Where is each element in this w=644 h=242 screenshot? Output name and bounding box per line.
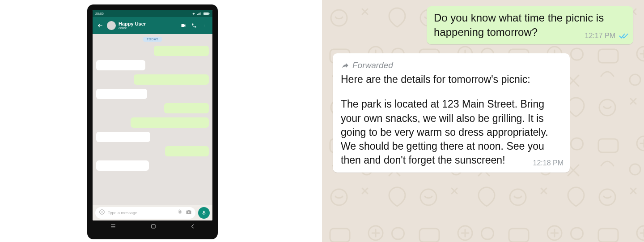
outgoing-bubble[interactable]: [164, 103, 209, 113]
battery-icon: [203, 12, 210, 15]
status-bar: 20:00: [93, 10, 212, 17]
outgoing-bubble[interactable]: [131, 117, 209, 128]
svg-point-8: [188, 212, 189, 213]
chat-zoom-panel: Do you know what time the picnic is happ…: [322, 0, 644, 242]
outgoing-bubble[interactable]: [154, 46, 209, 56]
composer: Type a message: [93, 205, 212, 220]
svg-point-5: [100, 210, 105, 215]
phone-screen: 20:00 Happy User online: [93, 10, 212, 220]
svg-point-2: [205, 25, 205, 26]
date-pill: TODAY: [143, 37, 162, 42]
message-placeholder: Type a message: [108, 211, 174, 215]
outgoing-bubble[interactable]: [134, 74, 209, 85]
outgoing-message[interactable]: Do you know what time the picnic is happ…: [427, 6, 633, 44]
svg-rect-1: [209, 13, 210, 14]
incoming-bubble[interactable]: [96, 89, 147, 99]
avatar[interactable]: [107, 21, 116, 30]
incoming-message-body: The park is located at 123 Main Street. …: [341, 97, 562, 167]
svg-point-3: [205, 26, 205, 26]
cell-signal-icon: [197, 12, 202, 15]
svg-point-4: [205, 26, 205, 26]
camera-icon[interactable]: [186, 209, 192, 217]
video-call-icon[interactable]: [179, 23, 187, 28]
contact-presence: online: [119, 26, 177, 30]
message-input[interactable]: Type a message: [95, 207, 195, 219]
status-icons: [192, 12, 210, 15]
forwarded-label-text: Forwarded: [352, 60, 393, 71]
incoming-message-time: 12:18 PM: [533, 158, 564, 168]
contact-header[interactable]: Happy User online: [119, 22, 177, 30]
outgoing-bubble[interactable]: [165, 146, 209, 156]
incoming-bubble[interactable]: [96, 60, 145, 70]
attach-icon[interactable]: [177, 209, 183, 217]
outgoing-message-time: 12:17 PM: [585, 31, 615, 41]
svg-point-7: [102, 211, 103, 212]
mic-button[interactable]: [198, 207, 210, 219]
incoming-message[interactable]: Forwarded Here are the details for tomor…: [333, 53, 570, 173]
outgoing-message-text: Do you know what time the picnic is happ…: [434, 12, 604, 38]
emoji-icon[interactable]: [99, 209, 105, 217]
svg-rect-12: [152, 225, 155, 228]
status-clock: 20:00: [95, 12, 104, 15]
nav-back-icon[interactable]: [190, 223, 196, 231]
android-navbar: [93, 220, 212, 234]
chat-body[interactable]: TODAY: [93, 34, 212, 205]
contact-name: Happy User: [119, 22, 177, 26]
back-icon[interactable]: [96, 22, 104, 29]
voice-call-icon[interactable]: [190, 23, 198, 28]
forwarded-label: Forwarded: [341, 60, 562, 71]
chat-appbar: Happy User online: [93, 17, 212, 34]
read-receipt-icon: [619, 33, 629, 39]
nav-menu-icon[interactable]: [109, 223, 117, 231]
wifi-icon: [192, 12, 195, 15]
more-icon[interactable]: [201, 22, 209, 29]
svg-point-6: [101, 211, 102, 212]
incoming-bubble[interactable]: [96, 160, 149, 171]
incoming-bubble[interactable]: [96, 132, 150, 142]
svg-rect-0: [203, 12, 209, 14]
incoming-message-lead: Here are the details for tomorrow's picn…: [341, 73, 562, 86]
nav-home-icon[interactable]: [150, 223, 157, 232]
phone-frame: 20:00 Happy User online: [87, 4, 218, 239]
